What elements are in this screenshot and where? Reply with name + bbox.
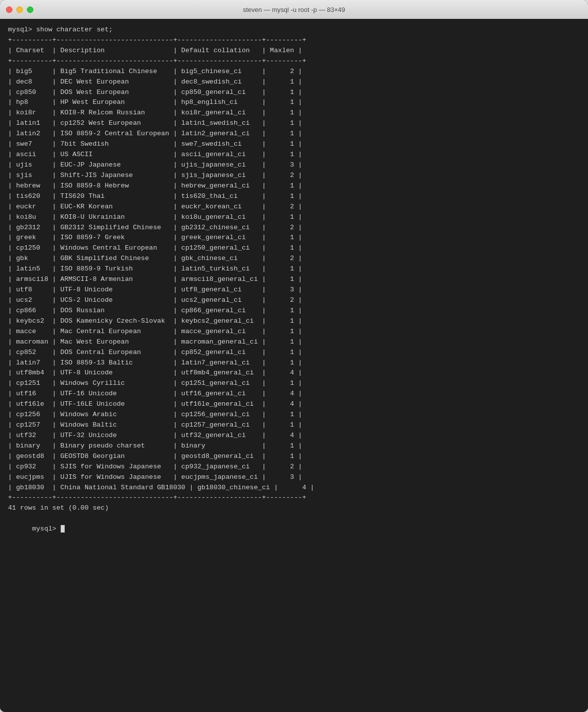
minimize-button[interactable] bbox=[16, 6, 23, 13]
table-row: | cp1251 | Windows Cyrillic | cp1251_gen… bbox=[8, 378, 580, 389]
table-header: | Charset | Description | Default collat… bbox=[8, 46, 580, 56]
table-row: | ujis | EUC-JP Japanese | ujis_japanese… bbox=[8, 160, 580, 171]
table-row: | utf8 | UTF-8 Unicode | utf8_general_ci… bbox=[8, 285, 580, 295]
cursor bbox=[61, 525, 65, 533]
table-row: | cp1250 | Windows Central European | cp… bbox=[8, 243, 580, 254]
table-row: | koi8r | KOI8-R Relcom Russian | koi8r_… bbox=[8, 108, 580, 118]
terminal-body[interactable]: mysql> show character set; +----------+-… bbox=[0, 19, 588, 712]
table-rows: | big5 | Big5 Traditional Chinese | big5… bbox=[8, 67, 580, 493]
table-row: | armscii8 | ARMSCII-8 Armenian | armsci… bbox=[8, 274, 580, 285]
maximize-button[interactable] bbox=[27, 6, 33, 13]
table-row: | cp850 | DOS West European | cp850_gene… bbox=[8, 88, 580, 98]
table-row: | utf16le | UTF-16LE Unicode | utf16le_g… bbox=[8, 399, 580, 410]
table-row: | cp1257 | Windows Baltic | cp1257_gener… bbox=[8, 420, 580, 431]
table-row: | utf32 | UTF-32 Unicode | utf32_general… bbox=[8, 431, 580, 441]
prompt-line: mysql> bbox=[8, 514, 580, 545]
table-row: | macce | Mac Central European | macce_g… bbox=[8, 327, 580, 337]
close-button[interactable] bbox=[6, 6, 12, 13]
table-row: | ascii | US ASCII | ascii_general_ci | … bbox=[8, 150, 580, 160]
table-row: | geostd8 | GEOSTD8 Georgian | geostd8_g… bbox=[8, 451, 580, 462]
table-row: | keybcs2 | DOS Kamenicky Czech-Slovak |… bbox=[8, 316, 580, 327]
table-row: | utf8mb4 | UTF-8 Unicode | utf8mb4_gene… bbox=[8, 368, 580, 378]
table-row: | euckr | EUC-KR Korean | euckr_korean_c… bbox=[8, 202, 580, 212]
command-line: mysql> show character set; bbox=[8, 25, 580, 35]
table-row: | latin1 | cp1252 West European | latin1… bbox=[8, 118, 580, 129]
table-row: | hebrew | ISO 8859-8 Hebrew | hebrew_ge… bbox=[8, 181, 580, 191]
table-row: | cp866 | DOS Russian | cp866_general_ci… bbox=[8, 306, 580, 316]
table-row: | latin7 | ISO 8859-13 Baltic | latin7_g… bbox=[8, 358, 580, 368]
table-row: | koi8u | KOI8-U Ukrainian | koi8u_gener… bbox=[8, 212, 580, 223]
table-row: | ucs2 | UCS-2 Unicode | ucs2_general_ci… bbox=[8, 295, 580, 306]
titlebar: steven — mysql -u root -p — 83×49 bbox=[0, 0, 588, 19]
table-row: | gbk | GBK Simplified Chinese | gbk_chi… bbox=[8, 254, 580, 264]
table-row: | cp852 | DOS Central European | cp852_g… bbox=[8, 348, 580, 358]
row-count: 41 rows in set (0.00 sec) bbox=[8, 503, 580, 514]
table-row: | cp932 | SJIS for Windows Japanese | cp… bbox=[8, 462, 580, 472]
table-row: | latin5 | ISO 8859-9 Turkish | latin5_t… bbox=[8, 264, 580, 274]
table-row: | utf16 | UTF-16 Unicode | utf16_general… bbox=[8, 389, 580, 399]
table-row: | greek | ISO 8859-7 Greek | greek_gener… bbox=[8, 233, 580, 243]
table-row: | binary | Binary pseudo charset | binar… bbox=[8, 441, 580, 451]
prompt-text: mysql> bbox=[32, 525, 61, 533]
table-row: | gb18030 | China National Standard GB18… bbox=[8, 483, 580, 493]
table-row: | latin2 | ISO 8859-2 Central European |… bbox=[8, 129, 580, 139]
table-row: | sjis | Shift-JIS Japanese | sjis_japan… bbox=[8, 171, 580, 181]
table-row: | swe7 | 7bit Swedish | swe7_swedish_ci … bbox=[8, 139, 580, 150]
table-row: | hp8 | HP West European | hp8_english_c… bbox=[8, 97, 580, 108]
separator-top: +----------+----------------------------… bbox=[8, 35, 580, 46]
table-row: | dec8 | DEC West European | dec8_swedis… bbox=[8, 77, 580, 88]
table-row: | gb2312 | GB2312 Simplified Chinese | g… bbox=[8, 223, 580, 233]
table-row: | tis620 | TIS620 Thai | tis620_thai_ci … bbox=[8, 191, 580, 202]
table-row: | eucjpms | UJIS for Windows Japanese | … bbox=[8, 472, 580, 483]
table-row: | macroman | Mac West European | macroma… bbox=[8, 337, 580, 348]
table-row: | cp1256 | Windows Arabic | cp1256_gener… bbox=[8, 410, 580, 420]
separator-bottom: +----------+----------------------------… bbox=[8, 493, 580, 503]
terminal-window: steven — mysql -u root -p — 83×49 mysql>… bbox=[0, 0, 588, 712]
traffic-lights bbox=[6, 6, 33, 13]
table-row: | big5 | Big5 Traditional Chinese | big5… bbox=[8, 67, 580, 77]
separator-mid: +----------+----------------------------… bbox=[8, 56, 580, 67]
window-title: steven — mysql -u root -p — 83×49 bbox=[243, 6, 345, 13]
